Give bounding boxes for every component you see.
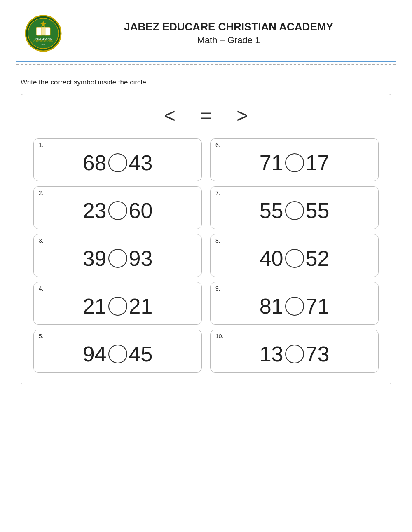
problem-content-1: 68 43 <box>40 150 195 175</box>
problem-card-9: 9. 81 71 <box>210 282 379 325</box>
header-divider-bottom <box>16 68 396 68</box>
svg-rect-4 <box>41 27 45 35</box>
instruction-text: Write the correct symbol inside the circ… <box>21 78 396 87</box>
problem-card-5: 5. 94 45 <box>33 330 202 373</box>
problem-right-8: 52 <box>306 246 330 271</box>
problem-content-8: 40 52 <box>217 246 372 271</box>
problem-card-2: 2. 23 60 <box>33 186 202 229</box>
problem-left-6: 71 <box>259 150 283 175</box>
header-divider-top <box>16 61 396 62</box>
problem-number-2: 2. <box>39 190 44 196</box>
header: JABEZ EDUCARE CHRISTIAN ACADEMY • 2016 •… <box>16 8 396 59</box>
problem-content-6: 71 17 <box>217 150 372 175</box>
problem-circle-3 <box>108 249 127 268</box>
problem-circle-10 <box>285 345 304 363</box>
problem-number-6: 6. <box>215 142 220 148</box>
problem-content-7: 55 55 <box>217 198 372 223</box>
problem-card-4: 4. 21 21 <box>33 282 202 325</box>
problem-left-4: 21 <box>82 294 107 319</box>
problem-card-10: 10. 13 73 <box>210 330 379 373</box>
header-text: JABEZ EDUCARE CHRISTIAN ACADEMY Math – G… <box>70 20 387 47</box>
problem-left-2: 23 <box>82 198 107 223</box>
problem-content-3: 39 93 <box>40 246 195 271</box>
problems-grid: 1. 68 43 6. 71 17 2. 23 60 7. 55 <box>33 138 379 373</box>
problem-left-8: 40 <box>259 246 283 271</box>
problem-number-5: 5. <box>39 333 44 339</box>
problem-card-6: 6. 71 17 <box>210 138 379 181</box>
school-logo: JABEZ EDUCARE CHRISTIAN ACADEMY • 2016 • <box>25 15 62 52</box>
problem-right-10: 73 <box>306 342 330 366</box>
problem-content-9: 81 71 <box>217 294 372 319</box>
problem-number-8: 8. <box>215 238 220 244</box>
problem-left-3: 39 <box>82 246 107 271</box>
problem-content-5: 94 45 <box>40 342 195 366</box>
svg-text:JABEZ EDUCARE: JABEZ EDUCARE <box>35 37 52 40</box>
greater-than-symbol: > <box>236 104 248 127</box>
problem-right-5: 45 <box>129 342 154 366</box>
svg-text:CHRISTIAN ACADEMY: CHRISTIAN ACADEMY <box>33 40 53 42</box>
problem-content-10: 13 73 <box>217 342 372 366</box>
content-box: < = > 1. 68 43 6. 71 17 2. 23 <box>21 94 391 384</box>
subject-line: Math – Grade 1 <box>70 34 387 47</box>
problem-circle-6 <box>285 153 304 172</box>
problem-right-4: 21 <box>129 294 154 319</box>
problem-left-7: 55 <box>259 198 283 223</box>
problem-circle-1 <box>108 153 127 172</box>
problem-number-1: 1. <box>39 142 44 148</box>
problem-right-6: 17 <box>306 150 330 175</box>
problem-card-3: 3. 39 93 <box>33 234 202 277</box>
problem-content-4: 21 21 <box>40 294 195 319</box>
less-than-symbol: < <box>164 104 176 127</box>
problem-left-1: 68 <box>82 150 107 175</box>
problem-right-3: 93 <box>129 246 154 271</box>
problem-card-8: 8. 40 52 <box>210 234 379 277</box>
problem-card-1: 1. 68 43 <box>33 138 202 181</box>
problem-number-3: 3. <box>39 238 44 244</box>
equals-symbol: = <box>200 104 212 127</box>
problem-card-7: 7. 55 55 <box>210 186 379 229</box>
problem-right-7: 55 <box>306 198 330 223</box>
problem-circle-9 <box>285 297 304 316</box>
problem-left-10: 13 <box>259 342 283 366</box>
problem-circle-4 <box>108 297 127 316</box>
problem-left-9: 81 <box>259 294 283 319</box>
problem-number-7: 7. <box>215 190 220 196</box>
page: JABEZ EDUCARE CHRISTIAN ACADEMY • 2016 •… <box>0 0 412 532</box>
problem-right-9: 71 <box>306 294 330 319</box>
problem-circle-5 <box>108 345 127 363</box>
problem-left-5: 94 <box>82 342 107 366</box>
problem-content-2: 23 60 <box>40 198 195 223</box>
problem-number-4: 4. <box>39 286 44 291</box>
svg-text:• 2016 •: • 2016 • <box>40 44 47 46</box>
problem-circle-8 <box>285 249 304 268</box>
problem-number-9: 9. <box>215 286 220 291</box>
problem-right-1: 43 <box>129 150 154 175</box>
symbols-row: < = > <box>33 104 379 127</box>
problem-circle-7 <box>285 201 304 220</box>
problem-circle-2 <box>108 201 127 220</box>
problem-number-10: 10. <box>215 333 223 339</box>
header-divider-dashed <box>16 64 396 65</box>
problem-right-2: 60 <box>129 198 154 223</box>
school-name: JABEZ EDUCARE CHRISTIAN ACADEMY <box>70 20 387 34</box>
